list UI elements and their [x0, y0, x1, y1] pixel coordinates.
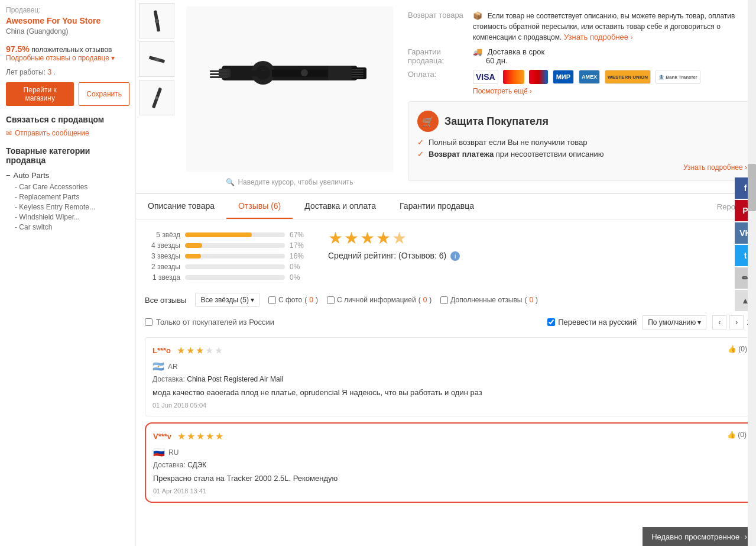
recently-viewed-bar[interactable]: Недавно просмотренное ›	[643, 527, 756, 546]
tab-guarantees[interactable]: Гарантии продавца	[388, 194, 486, 219]
minus-icon: −	[6, 171, 11, 180]
additional-checkbox[interactable]	[440, 296, 448, 304]
russia-filter[interactable]: Только от покупателей из России	[145, 318, 274, 327]
sort-dropdown[interactable]: По умолчанию ▾	[643, 315, 706, 329]
thumbnail-list	[136, 0, 180, 193]
svg-rect-21	[352, 74, 364, 75]
info-icon[interactable]: i	[450, 251, 460, 261]
bar-row-4: 4 звезды 17%	[145, 241, 310, 250]
photo-checkbox[interactable]	[268, 296, 276, 304]
send-message-text: Отправить сообщение	[15, 129, 89, 137]
all-reviews-filter[interactable]: Все отзывы	[145, 296, 186, 305]
rating-section: 97.5% положительных отзывов Подробные от…	[6, 44, 129, 62]
return-learn-more[interactable]: Узнать подробнее	[564, 33, 628, 41]
bar-fill-5	[185, 232, 252, 237]
category-car-care[interactable]: - Car Care Accessories	[15, 183, 129, 191]
r1-star3: ★	[196, 345, 204, 356]
avg-count: (Отзывов: 6)	[398, 251, 446, 260]
review-text-2: Прекрасно стала на Tracker 2000 2.5L. Ре…	[153, 474, 748, 483]
review-date-1: 01 Jun 2018 05:04	[153, 402, 749, 409]
rating-bars: 5 звёзд 67% 4 звезды 17%	[145, 228, 310, 284]
seller-name[interactable]: Awesome For You Store	[6, 16, 129, 25]
payment-icons-container: VISA МИР AMEX WESTERN UNION 🏦 Bank Trans…	[473, 70, 756, 95]
years-label: Лет работы:	[6, 68, 46, 76]
reviewer-name-1: L***o	[153, 346, 171, 355]
r2-star4: ★	[206, 431, 214, 442]
visit-store-button[interactable]: Перейти к магазину	[6, 82, 74, 106]
page-next-btn[interactable]: ›	[729, 315, 744, 329]
main-content: 🔍 Наведите курсор, чтобы увеличить Возвр…	[136, 0, 756, 546]
russia-checkbox[interactable]	[145, 318, 153, 326]
stars-filter-dropdown[interactable]: Все звёзды (5) ▾	[195, 293, 259, 307]
chevron-down-icon: ▾	[111, 54, 115, 62]
seller-label: Продавец:	[6, 6, 129, 14]
scrollbar[interactable]	[748, 0, 756, 546]
svg-rect-17	[328, 66, 352, 80]
sidebar: Продавец: Awesome For You Store China (G…	[0, 0, 136, 546]
page-prev-btn[interactable]: ‹	[712, 315, 726, 329]
additional-filter[interactable]: Дополненные отзывы(0)	[440, 296, 538, 304]
photo-filter[interactable]: С фото (0)	[268, 296, 318, 304]
search-icon: 🔍	[226, 178, 235, 186]
helpful-count-1: (0)	[738, 345, 747, 353]
bp-learn-more[interactable]: Узнать подробнее ›	[417, 163, 747, 172]
western-union-icon: WESTERN UNION	[605, 70, 651, 84]
amex-icon: AMEX	[579, 70, 600, 84]
thumbnail-1[interactable]	[139, 3, 174, 38]
bar-track-4	[185, 243, 285, 248]
scrollbar-thumb[interactable]	[748, 164, 756, 211]
review-item-1: L***o ★ ★ ★ ★ ★ 🇦🇷 AR	[145, 337, 756, 416]
payment-icons: VISA МИР AMEX WESTERN UNION 🏦 Bank Trans…	[473, 70, 756, 84]
bar-label-5: 5 звёзд	[145, 231, 180, 239]
bar-track-5	[185, 232, 285, 237]
return-label: Возврат товара	[408, 11, 473, 43]
truck-icon: 🚚	[473, 47, 482, 56]
bar-fill-4	[185, 243, 202, 248]
save-button[interactable]: Сохранить	[79, 82, 129, 106]
seller-section: Продавец: Awesome For You Store China (G…	[6, 6, 129, 35]
stars-filter-label: Все звёзды (5)	[200, 296, 248, 304]
bar-fill-3	[185, 254, 201, 259]
category-auto-parts[interactable]: − Auto Parts	[6, 171, 129, 180]
star-2: ★	[344, 228, 359, 248]
reviewer-location-1: 🇦🇷 AR	[153, 361, 749, 372]
helpful-btn-1[interactable]: 👍 (0)	[728, 345, 747, 353]
info-checkbox[interactable]	[327, 296, 335, 304]
tab-reviews[interactable]: Отзывы (6)	[226, 194, 293, 219]
bank-transfer-icon: 🏦 Bank Transfer	[656, 70, 700, 84]
category-keyless[interactable]: - Keyless Entry Remote...	[15, 203, 129, 211]
translate-control[interactable]: Перевести на русский	[547, 318, 637, 327]
rating-positive: положительных отзывов	[31, 46, 112, 54]
category-replacement[interactable]: - Replacement Parts	[15, 193, 129, 201]
helpful-btn-2[interactable]: 👍 (0)	[727, 431, 747, 439]
star-3: ★	[360, 228, 375, 248]
send-message-link[interactable]: ✉ Отправить сообщение	[6, 129, 129, 137]
thumbs-up-icon-1: 👍	[728, 345, 736, 353]
thumbnail-2[interactable]	[139, 41, 174, 77]
see-more-payment[interactable]: Посмотреть ещё ›	[473, 87, 756, 95]
checkmark-icon-2: ✓	[417, 150, 424, 159]
photo-count: 0	[309, 296, 313, 304]
review-stars-2: ★ ★ ★ ★ ★	[177, 431, 223, 442]
translate-checkbox[interactable]	[547, 318, 555, 326]
category-windshield[interactable]: - Windshield Wiper...	[15, 213, 129, 221]
russia-filter-label: Только от покупателей из России	[156, 318, 274, 327]
svg-point-5	[155, 96, 158, 99]
bar-pct-5: 67%	[290, 231, 310, 239]
return-value: 📦 Если товар не соответствует описанию, …	[473, 11, 756, 43]
tab-delivery[interactable]: Доставка и оплата	[293, 194, 388, 219]
reviews-link[interactable]: Подробные отзывы о продавце ▾	[6, 54, 129, 62]
category-car-switch[interactable]: - Car switch	[15, 223, 129, 231]
star-half: ★	[392, 228, 407, 248]
r2-star5: ★	[215, 431, 223, 442]
thumbnail-3[interactable]	[139, 80, 174, 115]
tab-description[interactable]: Описание товара	[136, 194, 226, 219]
review-header-2: V***v ★ ★ ★ ★ ★	[153, 431, 748, 442]
bar-track-1	[185, 275, 285, 280]
bar-label-2: 2 звезды	[145, 263, 180, 271]
tabs-header: Описание товара Отзывы (6) Доставка и оп…	[136, 194, 756, 219]
chevron-down-stars-icon: ▾	[251, 296, 254, 304]
bar-pct-1: 0%	[290, 273, 310, 282]
info-filter[interactable]: С личной информацией(0)	[327, 296, 431, 304]
return-row: Возврат товара 📦 Если товар не соответст…	[408, 11, 756, 43]
